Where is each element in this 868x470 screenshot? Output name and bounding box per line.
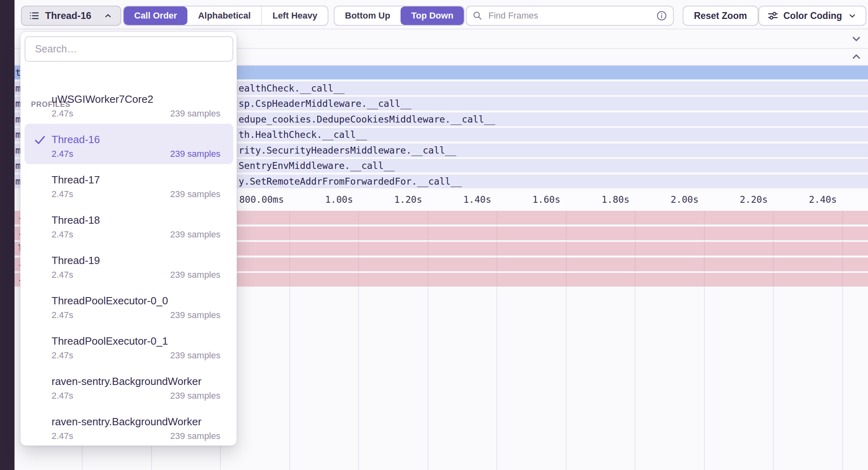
search-icon xyxy=(472,10,483,21)
profile-duration: 2.47s xyxy=(52,108,73,119)
direction-option-top-down[interactable]: Top Down xyxy=(401,6,464,25)
info-icon[interactable] xyxy=(656,10,667,21)
profile-sample-count: 239 samples xyxy=(170,310,220,320)
profile-item-threadpoolexecutor-0-1[interactable]: ThreadPoolExecutor-0_12.47s239 samples xyxy=(25,325,233,366)
find-frames-search[interactable] xyxy=(466,6,674,26)
profile-duration: 2.47s xyxy=(52,149,73,159)
profile-duration: 2.47s xyxy=(52,431,73,441)
profile-duration: 2.47s xyxy=(52,310,73,320)
profile-sample-count: 239 samples xyxy=(170,391,220,401)
profile-sample-count: 239 samples xyxy=(170,149,220,159)
sort-option-alphabetical[interactable]: Alphabetical xyxy=(187,6,261,25)
profile-item-thread-19[interactable]: Thread-192.47s239 samples xyxy=(25,245,233,285)
time-axis-tick: 800.00ms xyxy=(239,194,284,205)
flame-row-label: sp.CspHeaderMiddleware.__call__ xyxy=(239,98,411,109)
profile-name: Thread-18 xyxy=(52,214,100,227)
time-axis-tick: 2.00s xyxy=(671,194,698,205)
flame-row-label: ealthCheck.__call__ xyxy=(239,83,345,94)
profile-item-thread-16[interactable]: Thread-162.47s239 samples xyxy=(25,124,233,164)
flame-row-label: edupe_cookies.DedupeCookiesMiddleware.__… xyxy=(239,114,495,125)
thread-selector-label: Thread-16 xyxy=(45,10,91,21)
sliders-icon xyxy=(767,10,779,21)
color-coding-label: Color Coding xyxy=(783,10,842,21)
profile-item-uwsgiworker7core2[interactable]: uWSGIWorker7Core22.47s239 samples xyxy=(25,83,233,124)
profile-name: raven-sentry.BackgroundWorker xyxy=(52,375,201,388)
sort-order-segmented-control: Call OrderAlphabeticalLeft Heavy xyxy=(123,6,328,26)
profiler-window: 800.00ms1.00s1.20s1.40s1.60s1.80s2.00s2.… xyxy=(0,0,868,470)
flame-row-label: rity.SecurityHeadersMiddleware.__call__ xyxy=(239,145,456,156)
chevron-up-icon xyxy=(103,10,113,21)
profile-name: uWSGIWorker7Core2 xyxy=(52,93,153,106)
profile-sample-count: 239 samples xyxy=(170,108,220,119)
profile-sample-count: 239 samples xyxy=(170,350,220,361)
profile-sample-count: 239 samples xyxy=(170,431,220,441)
profile-item-threadpoolexecutor-0-0[interactable]: ThreadPoolExecutor-0_02.47s239 samples xyxy=(25,285,233,325)
profile-duration: 2.47s xyxy=(52,189,73,200)
find-frames-input[interactable] xyxy=(488,10,651,21)
time-axis-tick: 1.60s xyxy=(532,194,560,205)
dropdown-search-input[interactable] xyxy=(34,43,224,55)
time-axis-tick: 1.20s xyxy=(394,194,422,205)
time-axis-tick: 1.40s xyxy=(463,194,491,205)
profile-item-raven-sentry-backgroundworker-2[interactable]: raven-sentry.BackgroundWorker2.47s239 sa… xyxy=(25,406,233,446)
profile-name: Thread-17 xyxy=(52,174,100,186)
dropdown-search-field[interactable] xyxy=(25,36,233,62)
profile-name: Thread-16 xyxy=(52,133,100,146)
profile-name: raven-sentry.BackgroundWorker xyxy=(52,416,201,428)
profile-name: ThreadPoolExecutor-0_0 xyxy=(52,295,168,307)
time-axis-tick: 1.00s xyxy=(325,194,353,205)
sort-option-call-order[interactable]: Call Order xyxy=(124,6,187,25)
profile-duration: 2.47s xyxy=(52,391,73,401)
profile-duration: 2.47s xyxy=(52,270,73,280)
app-sidebar-strip xyxy=(0,0,15,470)
profiles-list: uWSGIWorker7Core22.47s239 samplesThread-… xyxy=(25,83,233,446)
direction-segmented-control: Bottom UpTop Down xyxy=(334,6,465,26)
profile-duration: 2.47s xyxy=(52,229,73,240)
profile-sample-count: 239 samples xyxy=(170,270,220,280)
chevron-up-icon[interactable] xyxy=(850,51,862,63)
profile-item-thread-18[interactable]: Thread-182.47s239 samples xyxy=(25,204,233,245)
check-icon xyxy=(33,133,47,146)
thread-dropdown: PROFILES uWSGIWorker7Core22.47s239 sampl… xyxy=(20,31,237,446)
profile-duration: 2.47s xyxy=(52,350,73,361)
reset-zoom-label: Reset Zoom xyxy=(694,10,747,21)
time-axis-tick: 2.40s xyxy=(809,194,837,205)
profile-item-raven-sentry-backgroundworker[interactable]: raven-sentry.BackgroundWorker2.47s239 sa… xyxy=(25,366,233,406)
list-icon xyxy=(29,10,39,21)
chevron-down-icon[interactable] xyxy=(850,33,862,45)
profile-sample-count: 239 samples xyxy=(170,229,220,240)
flame-row-label: th.HealthCheck.__call__ xyxy=(239,129,367,140)
sort-option-left-heavy[interactable]: Left Heavy xyxy=(261,6,328,25)
profile-name: Thread-19 xyxy=(52,254,100,267)
color-coding-button[interactable]: Color Coding xyxy=(758,6,866,26)
time-axis-tick: 2.20s xyxy=(740,194,768,205)
chevron-down-icon xyxy=(847,10,858,21)
reset-zoom-button[interactable]: Reset Zoom xyxy=(683,6,758,26)
profile-item-thread-17[interactable]: Thread-172.47s239 samples xyxy=(25,164,233,204)
profile-sample-count: 239 samples xyxy=(170,189,220,200)
flame-row-label: y.SetRemoteAddrFromForwardedFor.__call__ xyxy=(239,176,462,187)
time-axis-tick: 1.80s xyxy=(602,194,629,205)
flame-row-label: SentryEnvMiddleware.__call__ xyxy=(239,160,395,171)
direction-option-bottom-up[interactable]: Bottom Up xyxy=(334,6,401,25)
thread-selector-button[interactable]: Thread-16 xyxy=(21,6,121,26)
profile-name: ThreadPoolExecutor-0_1 xyxy=(52,335,168,347)
